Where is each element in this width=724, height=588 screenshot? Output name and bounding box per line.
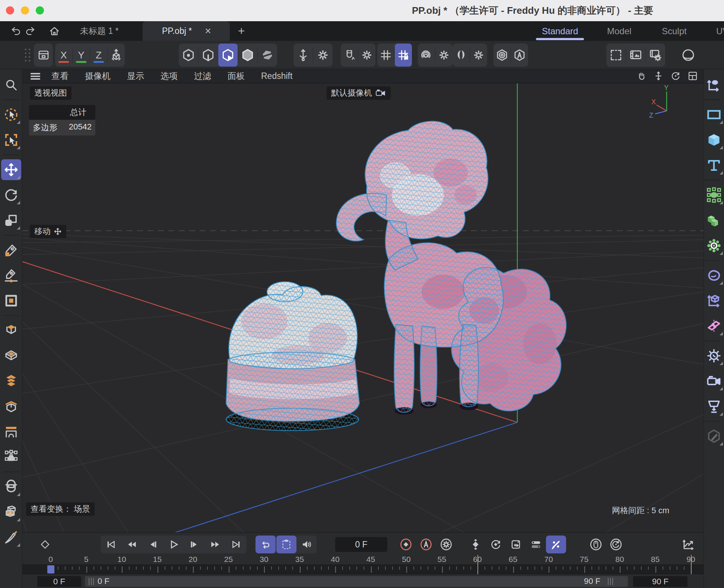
hamburger-menu-icon[interactable] [29,70,42,83]
start-frame-field[interactable]: 0 F [37,576,81,587]
rotate-tool-button[interactable] [1,185,21,205]
primitive-text-button[interactable] [704,155,724,176]
inner-extrude-button[interactable] [1,345,21,366]
solo-settings-button[interactable] [435,44,453,67]
range-marker[interactable] [477,555,478,574]
layout-tab-sculpt[interactable]: Sculpt [662,21,687,41]
timeline-ruler[interactable]: 051015202530354045505560657075808590 [22,555,704,565]
axis-lock-x-button[interactable]: X [55,44,72,67]
redo-button[interactable] [22,21,38,41]
render-view-button[interactable] [626,44,645,67]
points-mode-button[interactable] [179,44,198,67]
render-settings-button[interactable] [646,44,665,67]
key-position-button[interactable] [466,536,486,553]
snap-settings-button[interactable] [358,44,375,67]
playhead[interactable] [47,565,54,573]
effector-button[interactable] [704,235,724,256]
range-marker[interactable] [691,555,692,574]
key-scale-button[interactable] [506,536,526,553]
spline-pen-button[interactable] [1,240,21,261]
range-slider[interactable]: 0 F 90 F [85,576,628,587]
magnet-tool-button[interactable] [1,447,21,467]
menu-redshift[interactable]: Redshift [261,71,292,81]
weld-tool-button[interactable] [1,476,21,497]
menu-filter[interactable]: 过滤 [194,70,211,82]
layout-tab-uv[interactable]: UV [716,21,724,41]
view-label[interactable]: 透视视图 [30,86,72,100]
bevel-button[interactable] [1,396,21,417]
zoom-window-button[interactable] [36,6,44,15]
layout-tab-model[interactable]: Model [607,21,631,41]
primitive-cube-button[interactable] [704,130,724,150]
animate-mouse-button[interactable] [586,536,606,553]
next-frame-button[interactable] [184,536,205,553]
cube-split-button[interactable] [1,502,21,523]
timeline-scrubber[interactable] [22,565,704,574]
interactive-render-button[interactable] [679,44,698,67]
spline-edit-button[interactable] [1,265,21,286]
tab-untitled[interactable]: 未标题 1 * [80,21,119,41]
rectangle-selection-button[interactable] [1,130,21,150]
key-rotation-button[interactable] [486,536,506,553]
record-objects-button[interactable] [396,536,416,553]
close-tab-icon[interactable]: ✕ [204,26,211,36]
orbit-icon[interactable] [670,70,681,82]
quantize-button[interactable] [377,44,394,67]
goto-end-button[interactable] [226,536,247,553]
solo-button[interactable] [418,44,435,67]
axis-settings-button[interactable] [313,44,333,67]
key-parameters-button[interactable] [526,536,546,553]
tab-ppobj[interactable]: PP.obj * ✕ [143,21,230,41]
add-keyframe-button[interactable] [36,536,54,553]
quantize-lock-button[interactable] [395,44,412,67]
camera-object-button[interactable] [704,371,724,392]
move-tool-button[interactable] [1,159,21,180]
menu-panel[interactable]: 面板 [228,70,245,82]
menu-options[interactable]: 选项 [161,70,178,82]
dolly-icon[interactable] [653,70,664,82]
modeling-settings-button[interactable] [493,44,511,67]
symmetry-settings-button[interactable] [470,44,487,67]
end-frame-field[interactable]: 90 F [633,576,688,587]
polygons-mode-button[interactable] [218,44,238,67]
live-selection-button[interactable] [1,104,21,125]
deformer-button[interactable] [704,265,724,286]
render-region-button[interactable] [606,44,626,67]
subdivision-surface-button[interactable] [704,185,724,205]
new-tab-button[interactable]: + [234,21,249,41]
enable-axis-button[interactable] [293,44,313,67]
range-end-handle[interactable] [608,578,613,585]
play-button[interactable] [163,536,184,553]
keying-settings-button[interactable] [436,536,456,553]
instance-button[interactable] [704,290,724,311]
previous-key-button[interactable] [121,536,142,553]
workplane-button[interactable] [34,44,53,67]
annotate-button[interactable] [511,44,528,67]
key-filter-off-button[interactable] [546,536,566,553]
snap-button[interactable] [341,44,358,67]
bridge-button[interactable] [1,421,21,442]
knife-tool-button[interactable] [1,527,21,548]
rotate-record-button[interactable] [606,536,626,553]
previous-frame-button[interactable] [142,536,163,553]
spline-tools-button[interactable] [704,74,724,95]
goto-start-button[interactable] [101,536,121,553]
pan-hand-icon[interactable] [636,70,647,82]
current-frame-field[interactable]: 0 F [335,537,387,552]
toolbar-grip[interactable] [24,48,31,63]
viewport[interactable]: 透视视图 总计 多边形 20542 默认摄像机 移动 查看变换： 场景 网格间距… [22,83,704,532]
symmetry-button[interactable] [453,44,470,67]
layout-tab-standard[interactable]: Standard [542,21,578,41]
frame-mode-button[interactable] [1,290,21,311]
loop-mode-button[interactable] [255,536,276,553]
texture-mode-button[interactable] [258,44,277,67]
world-coordinates-button[interactable] [108,44,125,67]
next-key-button[interactable] [205,536,226,553]
autokey-button[interactable] [416,536,436,553]
volume-builder-button[interactable] [704,210,724,231]
minimize-window-button[interactable] [21,6,29,15]
scale-tool-button[interactable] [1,210,21,231]
axis-lock-z-button[interactable]: Z [90,44,107,67]
menu-display[interactable]: 显示 [127,70,144,82]
field-symmetry-button[interactable] [704,316,724,336]
